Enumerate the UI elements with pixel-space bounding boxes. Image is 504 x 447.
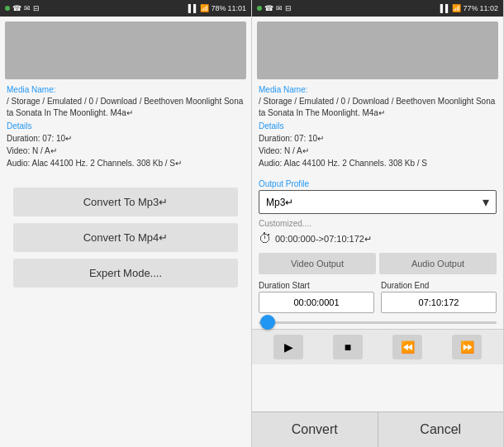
rewind-button[interactable]: ⏪	[392, 335, 422, 359]
slider-row	[252, 316, 503, 329]
video-output-tab[interactable]: Video Output	[259, 253, 376, 274]
duration-end-field: Duration End	[381, 281, 497, 313]
time-range-text: 00:00:000->07:10:172↵	[275, 234, 372, 245]
audio-right: Audio: Alac 44100 Hz. 2 Channels. 308 Kb…	[259, 157, 497, 169]
output-profile-select[interactable]: Mp3↵ ▾	[259, 190, 497, 214]
clock-icon: ⏱	[259, 231, 272, 246]
expert-mode-button[interactable]: Expert Mode....	[13, 259, 238, 288]
bottom-action-row: Convert Cancel	[252, 411, 503, 447]
duration-start-field: Duration Start	[259, 281, 374, 313]
status-msg-icon: ✉	[24, 4, 31, 12]
time-right: 11:02	[479, 4, 498, 12]
status-msg-icon-right: ✉	[276, 4, 283, 12]
output-tabs: Video Output Audio Output	[259, 253, 497, 274]
audio-left: Audio: Alac 44100 Hz. 2 Channels. 308 Kb…	[7, 157, 245, 169]
media-info-right: Media Name: / Storage / Emulated / 0 / D…	[252, 84, 503, 174]
time-range-row: ⏱ 00:00:000->07:10:172↵	[252, 230, 503, 250]
status-right-info-right: ▌▌ 📶 77% 11:02	[440, 4, 498, 12]
media-name-label-right: Media Name:	[259, 84, 497, 96]
status-bar-right: ☎ ✉ ⊟ ▌▌ 📶 77% 11:02	[252, 0, 503, 17]
duration-section: Duration Start Duration End	[252, 278, 503, 316]
status-app-icon: ⊟	[33, 4, 40, 12]
status-bar-left: ☎ ✉ ⊟ ▌▌ 📶 78% 11:01	[0, 0, 251, 17]
wifi-icon: 📶	[200, 4, 209, 12]
slider-track[interactable]	[259, 321, 497, 324]
convert-mp4-button[interactable]: Convert To Mp4↵	[13, 223, 238, 252]
time-left: 11:01	[227, 4, 246, 12]
video-left: Video: N / A↵	[7, 145, 245, 157]
status-phone-icon-right: ☎	[264, 4, 273, 12]
playback-controls: ▶ ■ ⏪ ⏩	[252, 329, 503, 364]
details-label-right: Details	[259, 121, 497, 132]
screen-left: ☎ ✉ ⊟ ▌▌ 📶 78% 11:01 Media Name: / Stora…	[0, 0, 252, 447]
forward-button[interactable]: ⏩	[452, 335, 482, 359]
customized-label: Customized....	[252, 217, 503, 230]
convert-button[interactable]: Convert	[252, 412, 378, 447]
status-phone-icon: ☎	[12, 4, 21, 12]
duration-left: Duration: 07: 10↵	[7, 132, 245, 145]
status-left-icons: ☎ ✉ ⊟	[5, 4, 40, 12]
battery-left: 78%	[211, 4, 226, 12]
thumbnail-right	[257, 21, 498, 79]
action-buttons-left: Convert To Mp3↵ Convert To Mp4↵ Expert M…	[0, 181, 251, 294]
status-app-icon-right: ⊟	[285, 4, 292, 12]
output-profile-label: Output Profile	[259, 179, 497, 188]
output-profile-value: Mp3↵	[266, 197, 293, 208]
details-label-left: Details	[7, 121, 245, 132]
media-path-left: / Storage / Emulated / 0 / Download / Be…	[7, 96, 245, 119]
notification-dot-right	[257, 6, 262, 11]
duration-start-input[interactable]	[259, 292, 374, 313]
content-left: Media Name: / Storage / Emulated / 0 / D…	[0, 17, 251, 447]
battery-right: 77%	[463, 4, 478, 12]
status-right-left-icons: ☎ ✉ ⊟	[257, 4, 292, 12]
signal-icon-right: ▌▌	[440, 4, 451, 12]
media-path-right: / Storage / Emulated / 0 / Download / Be…	[259, 96, 497, 119]
status-right-info: ▌▌ 📶 78% 11:01	[188, 4, 246, 12]
media-name-label-left: Media Name:	[7, 84, 245, 96]
play-button[interactable]: ▶	[273, 335, 303, 359]
select-arrow-icon: ▾	[483, 194, 489, 210]
screen-right: ☎ ✉ ⊟ ▌▌ 📶 77% 11:02 Media Name: / Stora…	[252, 0, 504, 447]
convert-mp3-button[interactable]: Convert To Mp3↵	[13, 188, 238, 216]
output-profile-section: Output Profile Mp3↵ ▾	[252, 174, 503, 217]
notification-dot	[5, 6, 10, 11]
stop-button[interactable]: ■	[333, 335, 363, 359]
duration-start-label: Duration Start	[259, 281, 374, 290]
duration-end-label: Duration End	[381, 281, 497, 290]
cancel-button[interactable]: Cancel	[378, 412, 504, 447]
video-right: Video: N / A↵	[259, 145, 497, 157]
content-right: Media Name: / Storage / Emulated / 0 / D…	[252, 17, 503, 447]
audio-output-tab[interactable]: Audio Output	[379, 253, 497, 274]
wifi-icon-right: 📶	[452, 4, 461, 12]
thumbnail-left	[5, 21, 246, 79]
media-info-left: Media Name: / Storage / Emulated / 0 / D…	[0, 84, 251, 174]
signal-icon: ▌▌	[188, 4, 199, 12]
duration-right: Duration: 07: 10↵	[259, 132, 497, 145]
duration-end-input[interactable]	[381, 292, 497, 313]
slider-thumb[interactable]	[260, 315, 275, 330]
